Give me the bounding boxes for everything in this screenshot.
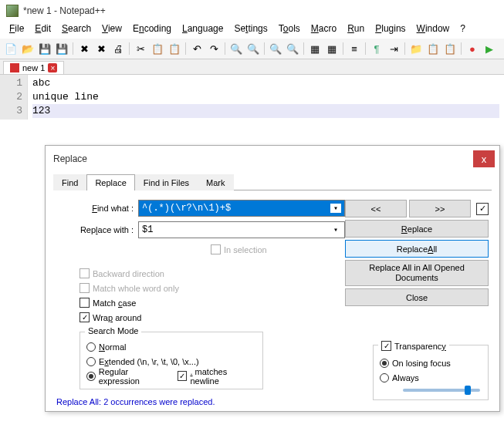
- regex-label: Regular expression: [99, 367, 170, 386]
- normal-radio[interactable]: [86, 342, 96, 352]
- extended-radio[interactable]: [86, 357, 96, 366]
- close-icon[interactable]: ✖: [76, 41, 92, 56]
- dropdown-arrow-icon[interactable]: ▾: [330, 225, 341, 234]
- match-case-label: Match case: [93, 298, 136, 308]
- wrap-around-checkbox[interactable]: ✓: [79, 312, 90, 322]
- find-next-button[interactable]: >>: [409, 200, 471, 217]
- matches-newline-checkbox[interactable]: ✓: [178, 371, 188, 381]
- replace-all-opened-button[interactable]: Replace All in All Opened Documents: [345, 260, 489, 286]
- menu-plugins[interactable]: Plugins: [370, 22, 410, 35]
- backward-checkbox: [79, 268, 90, 278]
- direction-lock-checkbox[interactable]: ✓: [476, 203, 489, 215]
- code-line[interactable]: unique line: [32, 90, 499, 104]
- search-mode-title: Search Mode: [85, 326, 141, 335]
- in-selection-label: In selection: [224, 245, 267, 254]
- menu-settings[interactable]: Settings: [229, 22, 272, 35]
- find-what-input[interactable]: ^(.*)(\r?\n\1)+$ ▾: [138, 200, 345, 217]
- print-icon[interactable]: 🖨: [110, 41, 126, 56]
- dialog-close-button[interactable]: x: [473, 150, 495, 167]
- search-mode-group: Search Mode Normal Extended (\n, \r, \t,…: [79, 332, 263, 389]
- indent-icon[interactable]: ⇥: [386, 41, 401, 56]
- backward-label: Backward direction: [93, 269, 164, 278]
- on-losing-focus-radio[interactable]: [380, 359, 389, 368]
- menu-window[interactable]: Window: [412, 22, 455, 35]
- sync-v-icon[interactable]: ▦: [307, 41, 323, 56]
- zoom-in-icon[interactable]: 🔍: [268, 41, 283, 56]
- paste-icon[interactable]: 📋: [167, 41, 182, 56]
- menu-search[interactable]: Search: [57, 22, 96, 35]
- code-line[interactable]: 123: [32, 104, 499, 118]
- play-icon[interactable]: ▶: [482, 41, 497, 56]
- tab-close-icon[interactable]: ×: [48, 63, 57, 72]
- cut-icon[interactable]: ✂: [133, 41, 148, 56]
- find-icon[interactable]: 🔍: [228, 41, 244, 56]
- copy-icon[interactable]: 📋: [150, 41, 165, 56]
- tab-find[interactable]: Find: [53, 174, 86, 190]
- replace-icon[interactable]: 🔍: [245, 41, 261, 56]
- always-radio[interactable]: [380, 373, 389, 383]
- show-all-icon[interactable]: ¶: [369, 41, 384, 56]
- dropdown-arrow-icon[interactable]: ▾: [330, 204, 341, 213]
- dialog-status: Replace All: 2 occurrences were replaced…: [55, 394, 215, 406]
- editor[interactable]: 1 2 3 abc unique line 123: [0, 75, 504, 120]
- menu-file[interactable]: File: [5, 22, 29, 35]
- menu-help[interactable]: ?: [455, 22, 470, 35]
- menu-view[interactable]: View: [97, 22, 127, 35]
- transparency-checkbox[interactable]: ✓: [381, 341, 391, 351]
- line-number-gutter: 1 2 3: [0, 75, 28, 120]
- code-area[interactable]: abc unique line 123: [28, 75, 504, 120]
- open-file-icon[interactable]: 📂: [20, 41, 36, 56]
- tab-mark[interactable]: Mark: [198, 174, 233, 190]
- app-icon: [6, 5, 19, 17]
- regex-radio[interactable]: [86, 372, 96, 381]
- tab-bar: new 1 ×: [0, 59, 504, 75]
- dialog-title: Replace: [53, 153, 473, 164]
- code-line[interactable]: abc: [32, 76, 499, 90]
- close-all-icon[interactable]: ✖: [93, 41, 109, 56]
- wrap-around-label: Wrap around: [93, 313, 141, 322]
- wrap-icon[interactable]: ≡: [347, 41, 362, 56]
- menu-macro[interactable]: Macro: [306, 22, 341, 35]
- in-selection-checkbox: [211, 244, 221, 254]
- toolbar: 📄 📂 💾 💾 ✖ ✖ 🖨 ✂ 📋 📋 ↶ ↷ 🔍 🔍 🔍 🔍 ▦ ▦ ≡ ¶ …: [0, 39, 504, 59]
- undo-icon[interactable]: ↶: [189, 41, 205, 56]
- matches-newline-label: . matches newline: [190, 367, 256, 386]
- transparency-group: ✓ Transparency On losing focus Always: [373, 345, 489, 400]
- menu-tools[interactable]: Tools: [274, 22, 305, 35]
- redo-icon[interactable]: ↷: [206, 41, 222, 56]
- menu-language[interactable]: Language: [178, 22, 228, 35]
- transparency-label: Transparency: [394, 342, 446, 351]
- doc-map-icon[interactable]: 📋: [425, 41, 441, 56]
- transparency-slider[interactable]: [403, 389, 480, 392]
- save-all-icon[interactable]: 💾: [54, 41, 69, 56]
- replace-with-input[interactable]: $1 ▾: [138, 221, 345, 238]
- menu-encoding[interactable]: Encoding: [128, 22, 176, 35]
- find-prev-button[interactable]: <<: [345, 200, 407, 217]
- match-whole-label: Match whole word only: [93, 284, 179, 293]
- always-label: Always: [392, 373, 419, 383]
- tab-label: new 1: [22, 63, 45, 72]
- record-icon[interactable]: ●: [465, 41, 480, 56]
- tab-replace[interactable]: Replace: [86, 174, 134, 190]
- sync-h-icon[interactable]: ▦: [324, 41, 340, 56]
- match-case-checkbox[interactable]: [79, 298, 90, 308]
- menu-edit[interactable]: Edit: [30, 22, 56, 35]
- extended-label: Extended (\n, \r, \t, \0, \x...): [99, 357, 199, 366]
- menu-bar: File Edit Search View Encoding Language …: [0, 20, 504, 39]
- slider-thumb[interactable]: [465, 386, 471, 395]
- file-tab[interactable]: new 1 ×: [3, 61, 64, 74]
- replace-all-button[interactable]: Replace All: [345, 240, 489, 258]
- replace-button[interactable]: Replace: [345, 220, 489, 238]
- zoom-out-icon[interactable]: 🔍: [285, 41, 300, 56]
- match-whole-checkbox: [79, 283, 90, 293]
- func-list-icon[interactable]: 📋: [442, 41, 458, 56]
- find-what-label: Find what :: [56, 204, 138, 213]
- close-button[interactable]: Close: [345, 288, 489, 306]
- dialog-title-bar[interactable]: Replace x: [46, 146, 499, 169]
- tab-find-in-files[interactable]: Find in Files: [135, 174, 198, 190]
- save-icon[interactable]: 💾: [37, 41, 52, 56]
- folder-icon[interactable]: 📁: [408, 41, 424, 56]
- replace-with-label: Replace with :: [56, 225, 138, 234]
- new-file-icon[interactable]: 📄: [3, 41, 19, 56]
- menu-run[interactable]: Run: [343, 22, 369, 35]
